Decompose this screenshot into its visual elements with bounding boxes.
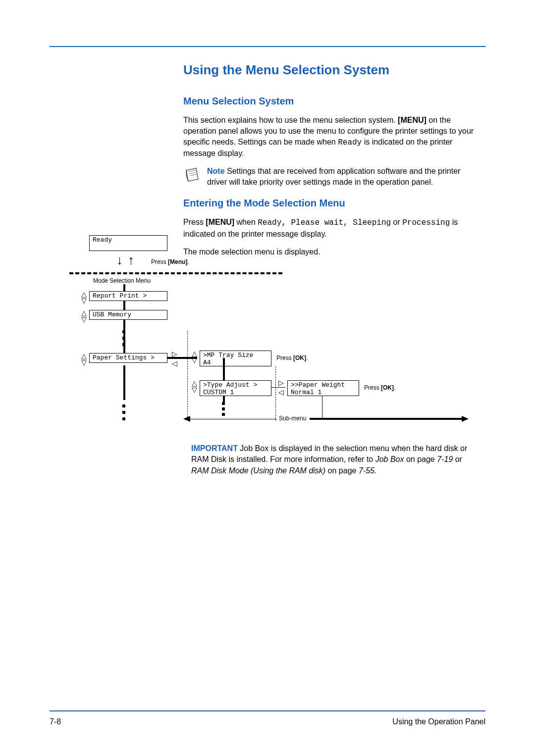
text: when <box>234 218 258 226</box>
arrow-down-icon: ↓ <box>116 252 123 268</box>
states: Ready, Please wait, Sleeping <box>258 218 391 227</box>
ready-state: Ready <box>338 138 362 147</box>
text: . <box>374 466 376 475</box>
display-ready: Ready <box>89 235 167 251</box>
display-paper-settings: Paper Settings > <box>89 353 167 363</box>
label-press-ok-2: Press [OK]. <box>364 384 395 391</box>
display-paper-weight: >>Paper Weight Normal 1 <box>287 380 359 396</box>
updown-icon: △▽ <box>80 353 87 365</box>
text: Settings that are received from applicat… <box>207 167 460 186</box>
footer-title: Using the Operation Panel <box>392 717 485 726</box>
menu-diagram: Ready ↓ ↑ Press [Menu]. Mode Selection M… <box>74 233 466 431</box>
updown-icon: △▽ <box>191 380 198 393</box>
note-icon <box>183 166 201 184</box>
note-text: Note Settings that are received from app… <box>207 166 481 188</box>
arrow-right-icon: ▷ <box>172 350 177 358</box>
menu-key: [MENU] <box>398 116 427 124</box>
display-type-adjust: >Type Adjust > CUSTOM 1 <box>200 380 271 396</box>
note-label: Note <box>207 167 225 175</box>
ref-ramdisk: RAM Disk Mode (Using the RAM disk) <box>191 466 325 475</box>
note-block: Note Settings that are received from app… <box>183 166 481 188</box>
text: on page <box>404 455 437 463</box>
display-usb-memory: USB Memory <box>89 310 167 320</box>
display-report-print: Report Print > <box>89 291 167 301</box>
page-number: 7-8 <box>50 717 61 726</box>
heading-entering-mode: Entering the Mode Selection Menu <box>183 198 481 209</box>
label-sub-menu: Sub-menu <box>279 415 306 422</box>
text: or <box>453 455 462 463</box>
label-press-menu: Press [Menu]. <box>151 258 189 265</box>
arrow-up-icon: ↑ <box>128 252 134 268</box>
arrow-left-icon: ◁ <box>278 388 284 396</box>
paragraph-intro: This section explains how to use the men… <box>183 115 481 159</box>
rule-bottom <box>50 710 485 711</box>
ref-jobbox: Job Box <box>375 455 404 463</box>
rule-top <box>50 46 485 47</box>
text: Press <box>183 218 206 226</box>
processing-state: Processing <box>402 218 450 227</box>
text: on page <box>325 466 359 475</box>
heading-menu-selection: Menu Selection System <box>183 96 481 107</box>
display-mp-tray: >MP Tray Size A4 <box>200 351 271 366</box>
updown-icon: △▽ <box>191 351 198 363</box>
important-label: IMPORTANT <box>191 444 238 453</box>
label-mode-selection: Mode Selection Menu <box>93 277 151 284</box>
arrow-right-icon: ▷ <box>278 379 284 387</box>
updown-icon: △▽ <box>80 310 87 322</box>
important-block: IMPORTANT Job Box is displayed in the se… <box>191 443 481 476</box>
page-ref: 7-55 <box>359 466 374 475</box>
updown-icon: △▽ <box>80 291 87 303</box>
label-press-ok-1: Press [OK]. <box>276 354 308 361</box>
menu-key: [MENU] <box>206 218 234 226</box>
text: or <box>391 218 402 226</box>
arrow-left-icon: ◁ <box>172 359 177 367</box>
heading-main: Using the Menu Selection System <box>183 62 481 78</box>
page-ref: 7-19 <box>437 455 453 463</box>
text: This section explains how to use the men… <box>183 116 398 124</box>
